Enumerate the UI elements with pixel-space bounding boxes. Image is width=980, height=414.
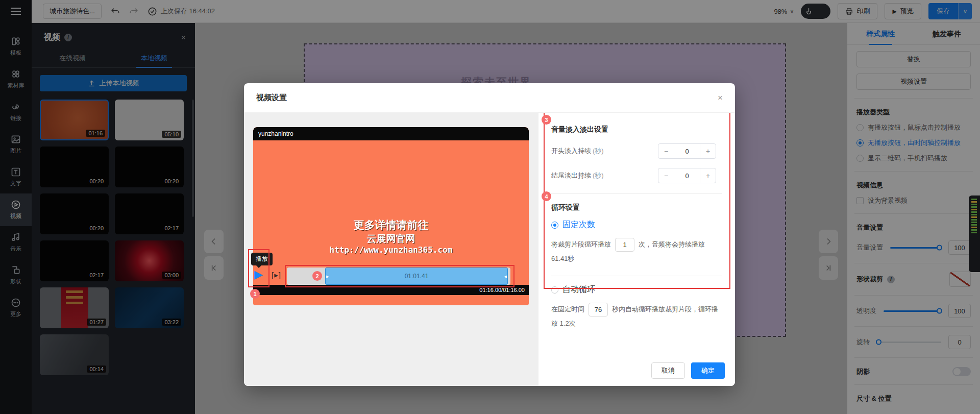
loop-seconds-input[interactable]: 76 [589,303,608,316]
loop-section-title: 循环设置 [551,203,722,212]
modal-title: 视频设置 [256,93,287,103]
modal-preview-column: yunzhanintro 更多详情请前往 云展网官网 http://www.yu… [244,113,538,386]
annotation-badge-3: 3 [542,115,551,125]
video-settings-modal: 视频设置 × yunzhanintro 更多详情请前往 云展网官网 http:/… [244,83,735,386]
radio-icon [551,286,558,294]
play-tooltip: 播放 [251,253,273,265]
annotation-badge-2: 2 [312,271,322,281]
modal-header: 视频设置 × [244,83,735,113]
increment-button[interactable]: + [700,144,716,158]
fade-in-stepper: − 0 + [658,143,716,159]
fade-out-label: 结尾淡出持续 [551,172,591,179]
play-button[interactable]: ▶ [254,269,263,280]
fade-in-row: 开头淡入持续(秒) − 0 + [551,143,722,159]
video-name: yunzhanintro [258,130,293,137]
time-display: 01:16.00/01:16.00 [479,287,525,293]
trim-right-handle[interactable]: ◂ [504,273,507,280]
decrement-button[interactable]: − [658,168,674,183]
loop-fixed-description: 将裁剪片段循环播放1次，音频将会持续播放61.41秒 [551,237,722,265]
fade-out-row: 结尾淡出持续(秒) − 0 + [551,168,722,183]
loop-auto-description: 在固定时间76秒内自动循环播放裁剪片段，循环播放 1.2次 [551,302,722,330]
modal-footer: 取消 确定 [651,362,725,379]
fade-out-stepper: − 0 + [658,168,716,183]
fade-section-title: 音量淡入淡出设置 [551,125,722,134]
video-player-timebar: 01:16.00/01:16.00 [253,285,529,295]
play-segment-icon[interactable]: [▸] [272,271,281,280]
video-player-titlebar: yunzhanintro [253,127,529,140]
watermark-text: 更多详情请前往 云展网官网 http://www.yunzhan365.com [253,218,529,256]
fade-out-unit: (秒) [593,172,604,179]
trim-selection-time: 01:01.41 [405,273,429,280]
fade-in-label: 开头淡入持续 [551,147,591,155]
app-window: 城市旅游特色... 上次保存 16:44:02 98% ∨ 印刷 ▶ [0,0,980,414]
video-frame: 更多详情请前往 云展网官网 http://www.yunzhan365.com [253,140,529,285]
fade-out-value[interactable]: 0 [674,168,700,183]
annotation-badge-1: 1 [250,289,260,299]
trim-selection[interactable]: ▸ 01:01.41 ◂ [325,267,508,285]
close-modal-icon[interactable]: × [718,93,723,103]
trim-left-handle[interactable]: ▸ [326,273,329,280]
radio-label: 固定次数 [562,220,595,230]
modal-settings-column: 音量淡入淡出设置 开头淡入持续(秒) − 0 + 结尾淡出持续(秒) − 0 + [538,113,735,386]
fade-in-unit: (秒) [593,147,604,155]
fade-in-value[interactable]: 0 [674,144,700,158]
increment-button[interactable]: + [700,168,716,183]
radio-label: 自动循环 [562,284,595,295]
radio-icon-selected [551,222,558,229]
loop-auto-option[interactable]: 自动循环 [551,284,722,295]
cancel-button[interactable]: 取消 [651,362,685,379]
loop-fixed-count-option[interactable]: 固定次数 [551,220,722,230]
decrement-button[interactable]: − [658,144,674,158]
annotation-badge-4: 4 [542,191,551,201]
confirm-button[interactable]: 确定 [691,362,725,379]
loop-count-input[interactable]: 1 [615,238,634,252]
